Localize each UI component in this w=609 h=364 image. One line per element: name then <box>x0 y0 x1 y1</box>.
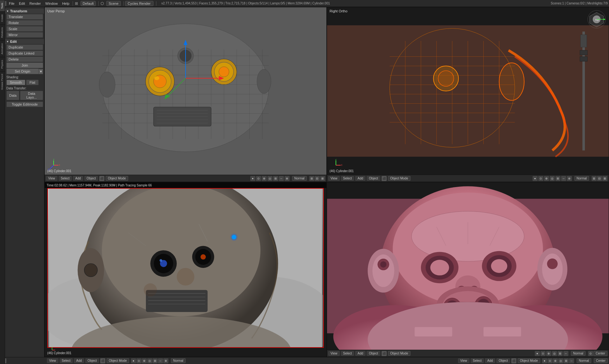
bottom-object-btn[interactable]: Object <box>85 358 99 363</box>
bottom-right-icon-2[interactable]: ⊙ <box>547 358 553 363</box>
vp-br-mode[interactable]: Object Mode <box>388 351 410 356</box>
sidebar-tab-create[interactable]: Create <box>0 11 5 24</box>
bottom-right-mode[interactable]: Object Mode <box>518 358 540 363</box>
vp-br-icon-4[interactable]: ◎ <box>552 351 557 356</box>
vp-br-select[interactable]: Select <box>341 351 354 356</box>
translate-button[interactable]: Translate <box>6 14 43 20</box>
flat-button[interactable]: Flat <box>26 80 39 85</box>
menu-help[interactable]: Help <box>60 1 71 6</box>
viewport-bottom-right[interactable]: View Select Add Object ⬛ Object Mode ● ⊙… <box>327 182 609 357</box>
vp-br-icon-6[interactable]: ↔ <box>563 351 568 356</box>
sidebar-tab-animation[interactable]: Animation <box>0 40 5 57</box>
vp-tr-icon-3[interactable]: ⊕ <box>544 176 549 181</box>
menu-file[interactable]: File <box>7 1 16 6</box>
sidebar-tab-tools[interactable]: Tools <box>0 7 5 11</box>
vp-tl-mode[interactable]: Object Mode <box>106 176 128 181</box>
set-origin-dropdown[interactable]: ▼ <box>39 69 43 74</box>
layout-selector[interactable]: Default <box>81 1 96 6</box>
vp-br-icon-5[interactable]: ⊞ <box>558 351 563 356</box>
vp-tl-add[interactable]: Add <box>73 176 83 181</box>
vp-br-center[interactable]: ⊙ <box>588 351 593 356</box>
viewport-bottom-left[interactable]: Time:02:08.62 | Mem:1157.94M, Peak:1182.… <box>44 182 327 357</box>
sidebar-tab-physics[interactable]: Physics <box>0 57 5 71</box>
bottom-right-add[interactable]: Add <box>485 358 495 363</box>
bottom-mode[interactable]: Object Mode <box>107 358 129 363</box>
vp-br-center-label[interactable]: Center <box>593 351 607 356</box>
vp-tl-view[interactable]: View <box>46 176 57 181</box>
vp-tl-icon-3[interactable]: ⊕ <box>262 176 267 181</box>
bottom-icon-3[interactable]: ⊕ <box>142 358 147 363</box>
bottom-right-object[interactable]: Object <box>496 358 510 363</box>
section-transform[interactable]: ▼ Transform <box>5 9 44 14</box>
delete-button[interactable]: Delete <box>6 56 43 62</box>
viewport-top-left[interactable]: User Persp (46) Cylinder.001 X Y Z View … <box>44 7 327 182</box>
menu-window[interactable]: Window <box>43 1 60 6</box>
vp-tl-normal[interactable]: Normal <box>292 176 307 181</box>
vp-br-view[interactable]: View <box>328 351 340 356</box>
duplicate-linked-button[interactable]: Duplicate Linked <box>6 50 43 56</box>
menu-edit[interactable]: Edit <box>17 1 27 6</box>
bottom-icon-4[interactable]: ◎ <box>147 358 152 363</box>
bottom-right-center[interactable]: Center <box>594 358 608 363</box>
toggle-editmode-button[interactable]: Toggle Editmode <box>6 101 43 107</box>
bottom-icon-7[interactable]: ⊗ <box>163 358 168 363</box>
vp-tr-grid-2[interactable]: ⊟ <box>597 176 602 181</box>
vp-tl-object[interactable]: Object <box>84 176 98 181</box>
vp-tr-icon-1[interactable]: ● <box>533 176 538 181</box>
rotate-button[interactable]: Rotate <box>6 20 43 26</box>
sidebar-tab-grease-pencil[interactable]: Grease Pencil <box>0 71 5 92</box>
vp-tl-icon-1[interactable]: ● <box>250 176 255 181</box>
sidebar-tab-relations[interactable]: Relations <box>0 24 5 40</box>
vp-tr-grid-1[interactable]: ⊞ <box>592 176 597 181</box>
vp-tl-icon-6[interactable]: ↔ <box>279 176 284 181</box>
vp-tl-mode-icon[interactable]: ⬛ <box>99 176 104 181</box>
vp-tr-grid-3[interactable]: ⊠ <box>602 176 607 181</box>
bottom-right-icon-1[interactable]: ● <box>542 358 547 363</box>
vp-tr-mode[interactable]: Object Mode <box>388 176 410 181</box>
vp-tr-icon-5[interactable]: ⊞ <box>555 176 560 181</box>
bottom-right-mode-icon[interactable]: ⬛ <box>511 358 516 363</box>
data-button[interactable]: Data <box>6 91 19 100</box>
nav-cube[interactable]: top <box>587 10 606 29</box>
bottom-icon-1[interactable]: ● <box>131 358 136 363</box>
vp-br-icon-3[interactable]: ⊕ <box>546 351 551 356</box>
vp-tr-icon-7[interactable]: ⊗ <box>567 176 572 181</box>
vp-tl-icon-5[interactable]: ⊞ <box>273 176 278 181</box>
data-layout-button[interactable]: Data Layo... <box>20 91 43 100</box>
bottom-right-select[interactable]: Select <box>471 358 484 363</box>
bottom-right-icon-6[interactable]: ↔ <box>569 358 574 363</box>
bottom-add-btn[interactable]: Add <box>74 358 84 363</box>
vp-tr-view[interactable]: View <box>328 176 340 181</box>
bottom-right-icon-3[interactable]: ⊕ <box>553 358 558 363</box>
bottom-mode-icon[interactable]: ⬛ <box>100 358 105 363</box>
vp-tl-icon-7[interactable]: ⊗ <box>285 176 290 181</box>
bottom-view-btn[interactable]: View <box>47 358 58 363</box>
join-button[interactable]: Join <box>6 62 43 68</box>
vp-tr-normal[interactable]: Normal <box>574 176 589 181</box>
vp-tr-icon-2[interactable]: ⊙ <box>538 176 543 181</box>
vp-tl-icon-2[interactable]: ⊙ <box>256 176 261 181</box>
vp-tl-grid-2[interactable]: ⊟ <box>315 176 320 181</box>
scale-button[interactable]: Scale <box>6 26 43 32</box>
vp-br-normal[interactable]: Normal <box>571 351 586 356</box>
vp-br-mode-icon[interactable]: ⬛ <box>382 351 387 356</box>
viewport-top-right[interactable]: Right Ortho (46) Cylinder.001 top X Z <box>327 7 609 182</box>
bottom-icon-6[interactable]: ↔ <box>158 358 163 363</box>
bottom-select-btn[interactable]: Select <box>60 358 73 363</box>
bottom-right-icon-4[interactable]: ◎ <box>558 358 563 363</box>
vp-br-add[interactable]: Add <box>355 351 365 356</box>
duplicate-button[interactable]: Duplicate <box>6 44 43 50</box>
smooth-button[interactable]: Smooth <box>6 80 25 85</box>
vp-tr-object[interactable]: Object <box>367 176 380 181</box>
section-edit[interactable]: ▼ Edit <box>5 39 44 44</box>
bottom-right-view[interactable]: View <box>458 358 469 363</box>
vp-tl-select[interactable]: Select <box>59 176 72 181</box>
scene-selector[interactable]: Scene <box>106 1 121 6</box>
vp-tr-add[interactable]: Add <box>355 176 365 181</box>
vp-br-icon-2[interactable]: ⊙ <box>540 351 546 356</box>
bottom-normal[interactable]: Normal <box>171 358 186 363</box>
menu-render[interactable]: Render <box>28 1 43 6</box>
vp-br-object[interactable]: Object <box>367 351 380 356</box>
bottom-icon-2[interactable]: ⊙ <box>136 358 141 363</box>
vp-tl-icon-4[interactable]: ◎ <box>267 176 272 181</box>
